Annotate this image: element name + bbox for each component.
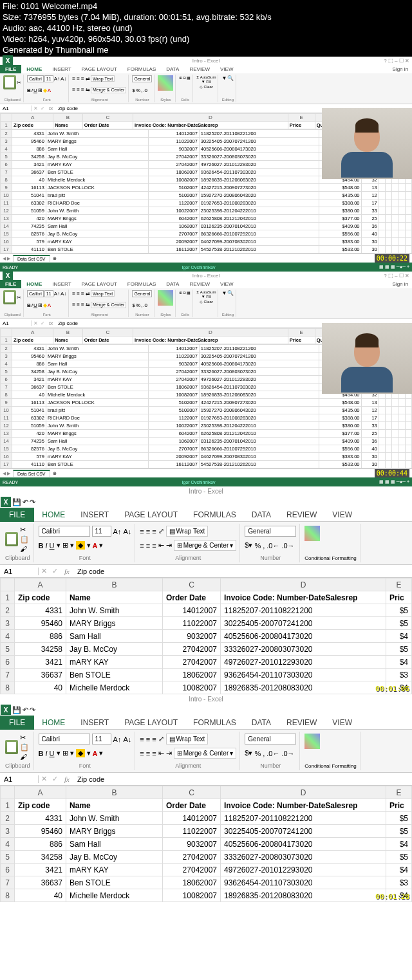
formula-input[interactable]: Zip code	[73, 568, 108, 575]
indent-icons[interactable]: ⇤ ⇥	[158, 749, 172, 757]
fx-icon[interactable]: fx	[46, 106, 55, 111]
tab-review[interactable]: REVIEW	[184, 280, 215, 288]
autosum-button[interactable]: Σ AutoSum	[196, 75, 216, 79]
decrease-font-icon[interactable]: A↓	[61, 76, 66, 82]
formula-input[interactable]: Zip code	[55, 106, 80, 111]
clear-button[interactable]: ◇ Clear	[200, 299, 213, 304]
merge-button[interactable]: ⊞ Merge & Center ▾	[174, 748, 237, 759]
fx-icon[interactable]: fx	[46, 320, 55, 326]
decrease-font-icon[interactable]: A↓	[123, 528, 131, 535]
table-row[interactable]: 1163302RICHARD Doe112200701927653-201008…	[1, 199, 412, 207]
table-row[interactable]: 395460MARY Briggs1102200730225405-200707…	[1, 617, 412, 630]
qat-redo-icon[interactable]: ↷	[30, 706, 35, 714]
fillcolor-icon[interactable]: ◆	[43, 302, 47, 308]
signin-link[interactable]: Sign in	[393, 281, 412, 287]
fontsize-selector[interactable]: 11	[92, 526, 111, 537]
tab-review[interactable]: REVIEW	[279, 508, 324, 522]
table-row[interactable]: 4886Sam Hall903200740525606-200804173020…	[1, 838, 412, 851]
valign-icons[interactable]: ≡ ≡ ≡	[140, 735, 156, 743]
cut-icon[interactable]: ✂	[20, 526, 29, 534]
italic-button[interactable]: I	[45, 542, 47, 550]
table-row[interactable]: 1582576Jay B. McCoy270700786326666-20100…	[1, 230, 412, 238]
cut-icon[interactable]: ✂	[17, 295, 21, 300]
table-row[interactable]: 4886Sam Hall903200740525606-200804173020…	[1, 630, 412, 643]
fill-button[interactable]: ▼ Fill	[201, 295, 211, 299]
find-icon[interactable]: 🔍	[227, 75, 234, 81]
inc-decimal-icon[interactable]: .0	[143, 302, 147, 308]
tab-data[interactable]: DATA	[161, 65, 184, 73]
tab-home[interactable]: HOME	[21, 280, 47, 288]
numformat-selector[interactable]: General	[132, 75, 152, 82]
table-row[interactable]: 13420MARY Briggs604200762625808-20121204…	[1, 430, 412, 438]
table-row[interactable]: 24331John W. Smith1401200711825207-20110…	[1, 604, 412, 617]
autosum-button[interactable]: Σ AutoSum	[196, 290, 216, 294]
currency-icon[interactable]: $▾	[245, 541, 252, 550]
tab-pagelayout[interactable]: PAGE LAYOUT	[117, 508, 185, 522]
comma-icon[interactable]: ,	[141, 88, 142, 93]
painter-icon[interactable]: 🖌	[20, 545, 29, 553]
sort-icon[interactable]: ▼	[221, 290, 227, 296]
wrap-button[interactable]: Wrap Text	[91, 75, 115, 82]
name-box[interactable]: A1	[0, 775, 39, 783]
sheet-nav-icon[interactable]: ◀ ▶	[0, 256, 13, 261]
align-icons[interactable]: ≡ ≡ ≡ ⇄	[72, 76, 90, 82]
table-row[interactable]: 534258Jay B. McCoy2704200733326027-20080…	[1, 643, 412, 656]
orientation-icon[interactable]: ⤢	[158, 527, 164, 535]
insert-icon[interactable]: ⊕	[179, 75, 182, 80]
tab-home[interactable]: HOME	[34, 716, 73, 730]
fillcolor-icon[interactable]: ◆	[76, 541, 85, 550]
bold-button[interactable]: B	[39, 750, 44, 757]
wrap-button[interactable]: ▤ Wrap Text	[166, 526, 209, 537]
fontcolor-icon[interactable]: A	[48, 302, 51, 308]
orientation-icon[interactable]: ⤢	[158, 735, 164, 743]
name-box[interactable]: A1	[0, 106, 32, 111]
fontsize-selector[interactable]: 11	[44, 290, 53, 297]
tab-file[interactable]: FILE	[0, 65, 21, 73]
increase-font-icon[interactable]: A↑	[113, 528, 122, 535]
paste-icon[interactable]	[5, 532, 18, 546]
table-row[interactable]: 916113JACKSON POLLOCK510200742427215-200…	[1, 184, 412, 192]
tab-data[interactable]: DATA	[244, 508, 279, 522]
percent-icon[interactable]: %	[254, 750, 261, 757]
table-row[interactable]: 1251059John W. Smith1002200723025398-201…	[1, 207, 412, 215]
tab-data[interactable]: DATA	[161, 280, 184, 288]
spreadsheet-grid[interactable]: ABCDE 1Zip codeNameOrder DateInvoice Cod…	[0, 578, 412, 694]
table-row[interactable]: 16579mARY KAY2009200704627099-2007083020…	[1, 453, 412, 461]
inc-decimal-icon[interactable]: .0	[143, 88, 147, 93]
currency-icon[interactable]: $	[132, 88, 135, 93]
italic-button[interactable]: I	[32, 302, 33, 308]
percent-icon[interactable]: %	[254, 542, 261, 550]
cond-format-icon[interactable]	[304, 526, 320, 541]
fontsize-selector[interactable]: 11	[44, 75, 53, 82]
border-icon[interactable]: ⊞	[38, 88, 42, 93]
font-selector[interactable]: Calibri	[39, 734, 90, 744]
add-sheet-icon[interactable]: ⊕	[50, 471, 59, 476]
name-box[interactable]: A1	[0, 320, 32, 326]
tab-insert[interactable]: INSERT	[73, 508, 117, 522]
table-row[interactable]: 24331John W. Smith1401200711825207-20110…	[1, 812, 412, 825]
inc-decimal-icon[interactable]: .0←	[267, 750, 279, 757]
name-box[interactable]: A1	[0, 568, 39, 575]
fontcolor-icon[interactable]: A	[48, 88, 51, 93]
paste-icon[interactable]	[5, 740, 18, 754]
tab-formulas[interactable]: FORMULAS	[185, 508, 244, 522]
tab-insert[interactable]: INSERT	[47, 65, 76, 73]
fx-cancel-icon[interactable]: ✕	[39, 567, 50, 575]
percent-icon[interactable]: %	[136, 302, 140, 308]
numformat-selector[interactable]: General	[245, 526, 296, 537]
tab-view[interactable]: VIEW	[324, 508, 360, 522]
halign-icons[interactable]: ≡ ≡ ≡	[140, 750, 156, 757]
bold-button[interactable]: B	[27, 302, 31, 308]
table-row[interactable]: 534258Jay B. McCoy2704200733326027-20080…	[1, 851, 412, 864]
insert-icon[interactable]: ⊕	[179, 290, 182, 295]
fx-cancel-icon[interactable]: ✕	[39, 775, 50, 783]
format-icon[interactable]: ▦	[187, 290, 191, 295]
numformat-selector[interactable]: General	[132, 290, 152, 297]
fx-icon[interactable]: fx	[61, 775, 73, 783]
copy-icon[interactable]: 📋	[20, 535, 29, 544]
fontsize-selector[interactable]: 11	[92, 734, 111, 744]
italic-button[interactable]: I	[32, 88, 33, 93]
qat-save-icon[interactable]: 💾	[12, 706, 21, 714]
decrease-font-icon[interactable]: A↓	[61, 291, 66, 297]
table-row[interactable]: 1582576Jay B. McCoy270700786326666-20100…	[1, 445, 412, 453]
